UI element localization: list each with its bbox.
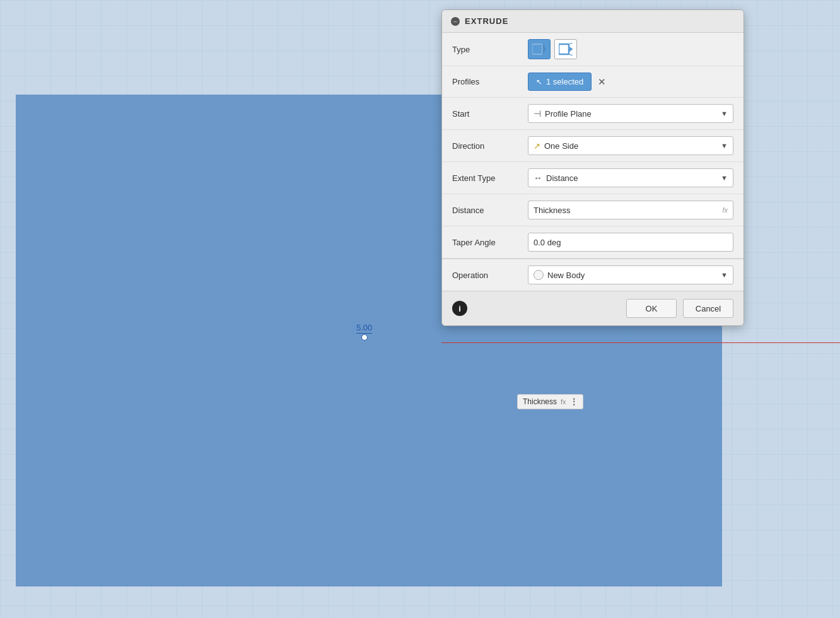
svg-rect-0 [532,44,542,54]
profile-plane-icon: ⊣ [534,108,541,119]
start-control: ⊣ Profile Plane ▼ [528,104,733,123]
svg-rect-3 [559,44,569,54]
extent-type-option-text: Distance [546,173,578,183]
thickness-tooltip-value: Thickness [523,397,557,406]
thickness-fx-label: fx [561,398,566,405]
type-row: Type [442,33,744,66]
type-control [528,39,733,59]
one-side-icon: ↗ [534,141,540,151]
profiles-control: ↖ 1 selected ✕ [528,73,733,91]
direction-chevron-icon: ▼ [721,142,728,149]
info-button[interactable]: i [452,301,467,316]
distance-value: Thickness [534,206,571,215]
dialog-body: Type [442,33,744,291]
direction-label: Direction [452,141,528,151]
info-icon: i [458,304,461,313]
thickness-more-icon[interactable]: ⋮ [570,397,578,406]
distance-label: Distance [452,206,528,215]
close-icon: ✕ [598,76,606,87]
direction-select[interactable]: ↗ One Side ▼ [528,136,733,155]
extrude-dialog: – EXTRUDE Type [441,9,744,326]
extrude-thin-icon [559,43,573,55]
extent-type-label: Extent Type [452,173,528,183]
start-row: Start ⊣ Profile Plane ▼ [442,98,744,130]
svg-marker-1 [542,43,546,55]
thickness-tooltip: Thickness fx ⋮ [517,394,583,409]
operation-option-text: New Body [547,271,585,280]
dialog-header: – EXTRUDE [442,10,744,33]
profiles-select-button[interactable]: ↖ 1 selected [528,73,592,91]
minus-icon: – [453,18,457,25]
fx-badge: fx [722,206,728,214]
extent-type-select[interactable]: ↔ Distance ▼ [528,168,733,187]
taper-angle-input[interactable]: 0.0 deg [528,233,733,252]
svg-line-6 [569,54,573,55]
operation-select[interactable]: New Body ▼ [528,265,733,284]
dialog-title: EXTRUDE [465,16,508,26]
cursor-icon: ↖ [536,78,542,86]
extent-type-chevron-icon: ▼ [721,174,728,182]
profiles-clear-button[interactable]: ✕ [595,75,609,89]
taper-angle-control: 0.0 deg [528,233,733,252]
svg-line-5 [569,43,573,44]
new-body-icon [534,270,544,280]
direction-control: ↗ One Side ▼ [528,136,733,155]
dimension-circle [361,334,368,341]
cancel-button[interactable]: Cancel [683,299,733,318]
ok-button[interactable]: OK [626,299,677,318]
profiles-label: Profiles [452,77,528,86]
dialog-footer: i OK Cancel [442,291,744,325]
svg-marker-4 [569,47,573,52]
extrude-solid-button[interactable] [528,39,551,59]
operation-control: New Body ▼ [528,265,733,284]
extrude-thin-button[interactable] [554,39,577,59]
distance-icon: ↔ [534,173,542,183]
operation-row: Operation New Body ▼ [442,259,744,291]
start-select[interactable]: ⊣ Profile Plane ▼ [528,104,733,123]
direction-option-text: One Side [544,141,578,151]
extent-type-control: ↔ Distance ▼ [528,168,733,187]
dimension-value: 5.00 [356,323,372,332]
taper-angle-row: Taper Angle 0.0 deg [442,226,744,259]
start-chevron-icon: ▼ [721,110,728,117]
start-option-text: Profile Plane [545,109,592,119]
direction-row: Direction ↗ One Side ▼ [442,130,744,162]
taper-angle-value: 0.0 deg [534,238,561,247]
distance-row: Distance Thickness fx [442,194,744,226]
type-label: Type [452,45,528,54]
distance-control: Thickness fx [528,201,733,219]
dialog-close-button[interactable]: – [451,17,460,26]
extent-type-row: Extent Type ↔ Distance ▼ [442,162,744,194]
operation-chevron-icon: ▼ [721,271,728,279]
profiles-selected-text: 1 selected [546,77,583,86]
distance-input[interactable]: Thickness fx [528,201,733,219]
taper-angle-label: Taper Angle [452,238,528,247]
start-label: Start [452,109,528,119]
extrude-solid-icon [532,43,546,55]
dimension-line [356,333,372,334]
operation-label: Operation [452,271,528,280]
dimension-annotation: 5.00 [356,323,372,341]
dimension-handle [356,334,372,341]
red-reference-line [441,342,840,343]
profiles-row: Profiles ↖ 1 selected ✕ [442,66,744,98]
